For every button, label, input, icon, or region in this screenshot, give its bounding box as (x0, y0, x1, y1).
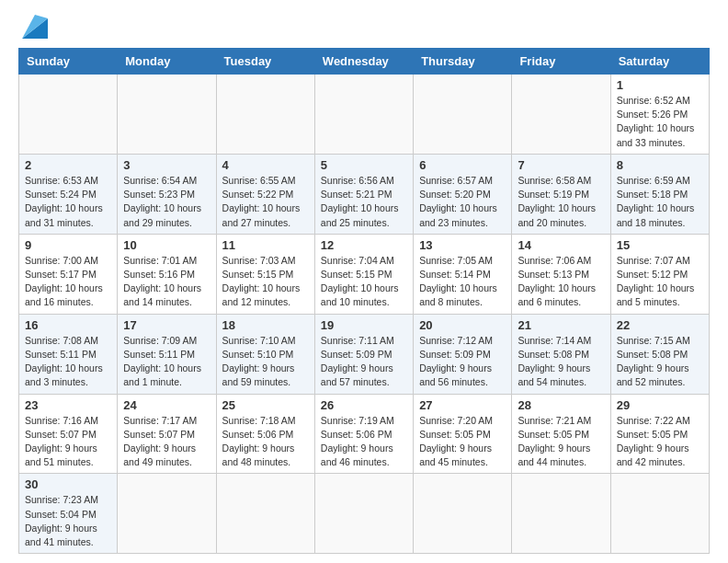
day-number: 8 (617, 158, 703, 172)
calendar-week-row: 16Sunrise: 7:08 AM Sunset: 5:11 PM Dayli… (19, 314, 710, 394)
day-info: Sunrise: 7:07 AM Sunset: 5:12 PM Dayligh… (617, 254, 703, 310)
day-info: Sunrise: 7:08 AM Sunset: 5:11 PM Dayligh… (25, 334, 111, 390)
day-info: Sunrise: 7:22 AM Sunset: 5:05 PM Dayligh… (617, 414, 703, 470)
day-info: Sunrise: 7:01 AM Sunset: 5:16 PM Dayligh… (123, 254, 210, 310)
day-number: 9 (25, 238, 111, 252)
day-info: Sunrise: 7:17 AM Sunset: 5:07 PM Dayligh… (123, 414, 210, 470)
calendar-header-row: SundayMondayTuesdayWednesdayThursdayFrid… (19, 49, 710, 75)
calendar-cell: 30Sunrise: 7:23 AM Sunset: 5:04 PM Dayli… (19, 474, 118, 554)
page-header (18, 18, 710, 39)
weekday-header-monday: Monday (118, 49, 216, 75)
logo-area (18, 18, 48, 39)
day-info: Sunrise: 7:19 AM Sunset: 5:06 PM Dayligh… (321, 414, 407, 470)
calendar-cell: 9Sunrise: 7:00 AM Sunset: 5:17 PM Daylig… (19, 234, 118, 314)
calendar-cell (414, 75, 512, 155)
calendar-cell: 22Sunrise: 7:15 AM Sunset: 5:08 PM Dayli… (610, 314, 709, 394)
calendar-cell: 7Sunrise: 6:58 AM Sunset: 5:19 PM Daylig… (512, 154, 610, 234)
calendar-week-row: 30Sunrise: 7:23 AM Sunset: 5:04 PM Dayli… (19, 474, 710, 554)
day-info: Sunrise: 6:58 AM Sunset: 5:19 PM Dayligh… (518, 174, 604, 230)
calendar-cell: 26Sunrise: 7:19 AM Sunset: 5:06 PM Dayli… (314, 394, 413, 474)
weekday-header-thursday: Thursday (414, 49, 512, 75)
calendar-cell: 2Sunrise: 6:53 AM Sunset: 5:24 PM Daylig… (19, 154, 118, 234)
day-number: 7 (518, 158, 604, 172)
calendar-cell: 13Sunrise: 7:05 AM Sunset: 5:14 PM Dayli… (414, 234, 512, 314)
day-info: Sunrise: 7:20 AM Sunset: 5:05 PM Dayligh… (419, 414, 506, 470)
day-info: Sunrise: 7:04 AM Sunset: 5:15 PM Dayligh… (321, 254, 407, 310)
day-number: 27 (419, 398, 506, 412)
weekday-header-friday: Friday (512, 49, 610, 75)
calendar-cell: 20Sunrise: 7:12 AM Sunset: 5:09 PM Dayli… (414, 314, 512, 394)
calendar-cell (512, 474, 610, 554)
logo-icon (22, 15, 48, 39)
day-number: 10 (123, 238, 210, 252)
day-info: Sunrise: 6:56 AM Sunset: 5:21 PM Dayligh… (321, 174, 407, 230)
calendar-cell: 4Sunrise: 6:55 AM Sunset: 5:22 PM Daylig… (216, 154, 314, 234)
calendar-cell (314, 75, 413, 155)
calendar-cell: 5Sunrise: 6:56 AM Sunset: 5:21 PM Daylig… (314, 154, 413, 234)
day-info: Sunrise: 7:09 AM Sunset: 5:11 PM Dayligh… (123, 334, 210, 390)
day-number: 21 (518, 318, 604, 332)
calendar-cell: 10Sunrise: 7:01 AM Sunset: 5:16 PM Dayli… (118, 234, 216, 314)
day-number: 5 (321, 158, 407, 172)
day-info: Sunrise: 6:57 AM Sunset: 5:20 PM Dayligh… (419, 174, 506, 230)
calendar-cell (118, 75, 216, 155)
day-number: 18 (222, 318, 309, 332)
day-info: Sunrise: 6:52 AM Sunset: 5:26 PM Dayligh… (617, 94, 703, 150)
day-number: 19 (321, 318, 407, 332)
day-number: 6 (419, 158, 506, 172)
day-number: 17 (123, 318, 210, 332)
calendar-cell: 19Sunrise: 7:11 AM Sunset: 5:09 PM Dayli… (314, 314, 413, 394)
day-info: Sunrise: 7:14 AM Sunset: 5:08 PM Dayligh… (518, 334, 604, 390)
day-number: 15 (617, 238, 703, 252)
day-number: 23 (25, 398, 111, 412)
day-number: 28 (518, 398, 604, 412)
calendar-week-row: 1Sunrise: 6:52 AM Sunset: 5:26 PM Daylig… (19, 75, 710, 155)
day-info: Sunrise: 6:59 AM Sunset: 5:18 PM Dayligh… (617, 174, 703, 230)
calendar-cell (414, 474, 512, 554)
weekday-header-tuesday: Tuesday (216, 49, 314, 75)
day-info: Sunrise: 7:06 AM Sunset: 5:13 PM Dayligh… (518, 254, 604, 310)
day-info: Sunrise: 7:12 AM Sunset: 5:09 PM Dayligh… (419, 334, 506, 390)
day-info: Sunrise: 7:16 AM Sunset: 5:07 PM Dayligh… (25, 414, 111, 470)
day-number: 11 (222, 238, 309, 252)
calendar-cell: 29Sunrise: 7:22 AM Sunset: 5:05 PM Dayli… (610, 394, 709, 474)
calendar-cell: 16Sunrise: 7:08 AM Sunset: 5:11 PM Dayli… (19, 314, 118, 394)
day-info: Sunrise: 6:55 AM Sunset: 5:22 PM Dayligh… (222, 174, 309, 230)
calendar-cell: 3Sunrise: 6:54 AM Sunset: 5:23 PM Daylig… (118, 154, 216, 234)
calendar-cell (118, 474, 216, 554)
day-number: 2 (25, 158, 111, 172)
calendar-cell (216, 474, 314, 554)
day-info: Sunrise: 7:00 AM Sunset: 5:17 PM Dayligh… (25, 254, 111, 310)
calendar-cell: 18Sunrise: 7:10 AM Sunset: 5:10 PM Dayli… (216, 314, 314, 394)
weekday-header-saturday: Saturday (610, 49, 709, 75)
day-info: Sunrise: 7:18 AM Sunset: 5:06 PM Dayligh… (222, 414, 309, 470)
calendar-cell: 28Sunrise: 7:21 AM Sunset: 5:05 PM Dayli… (512, 394, 610, 474)
calendar-cell: 14Sunrise: 7:06 AM Sunset: 5:13 PM Dayli… (512, 234, 610, 314)
day-number: 25 (222, 398, 309, 412)
calendar-cell (19, 75, 118, 155)
calendar-cell (610, 474, 709, 554)
weekday-header-sunday: Sunday (19, 49, 118, 75)
day-number: 1 (617, 78, 703, 92)
calendar-cell: 21Sunrise: 7:14 AM Sunset: 5:08 PM Dayli… (512, 314, 610, 394)
calendar-cell: 1Sunrise: 6:52 AM Sunset: 5:26 PM Daylig… (610, 75, 709, 155)
day-number: 20 (419, 318, 506, 332)
calendar-cell (512, 75, 610, 155)
day-info: Sunrise: 7:10 AM Sunset: 5:10 PM Dayligh… (222, 334, 309, 390)
day-number: 30 (25, 477, 111, 491)
calendar-cell: 24Sunrise: 7:17 AM Sunset: 5:07 PM Dayli… (118, 394, 216, 474)
day-number: 14 (518, 238, 604, 252)
calendar-week-row: 9Sunrise: 7:00 AM Sunset: 5:17 PM Daylig… (19, 234, 710, 314)
day-number: 4 (222, 158, 309, 172)
day-number: 16 (25, 318, 111, 332)
calendar-cell: 23Sunrise: 7:16 AM Sunset: 5:07 PM Dayli… (19, 394, 118, 474)
day-info: Sunrise: 7:11 AM Sunset: 5:09 PM Dayligh… (321, 334, 407, 390)
calendar-cell: 11Sunrise: 7:03 AM Sunset: 5:15 PM Dayli… (216, 234, 314, 314)
day-info: Sunrise: 7:03 AM Sunset: 5:15 PM Dayligh… (222, 254, 309, 310)
day-number: 12 (321, 238, 407, 252)
calendar-cell (314, 474, 413, 554)
day-info: Sunrise: 6:54 AM Sunset: 5:23 PM Dayligh… (123, 174, 210, 230)
calendar-cell: 8Sunrise: 6:59 AM Sunset: 5:18 PM Daylig… (610, 154, 709, 234)
day-number: 3 (123, 158, 210, 172)
calendar-week-row: 23Sunrise: 7:16 AM Sunset: 5:07 PM Dayli… (19, 394, 710, 474)
